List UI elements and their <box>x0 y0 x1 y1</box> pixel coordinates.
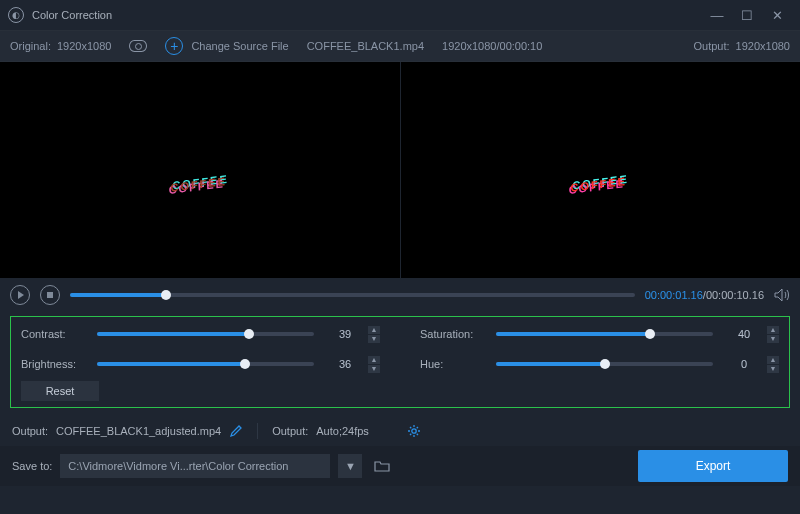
brightness-step-up[interactable]: ▲ <box>368 356 380 364</box>
save-to-label: Save to: <box>12 460 52 472</box>
brightness-slider[interactable] <box>97 362 314 366</box>
hue-slider[interactable] <box>496 362 713 366</box>
hue-label: Hue: <box>420 358 486 370</box>
change-source-label: Change Source File <box>191 40 288 52</box>
svg-point-6 <box>412 429 416 433</box>
seek-fill <box>70 293 166 297</box>
original-label: Original: <box>10 40 51 52</box>
source-filename: COFFEE_BLACK1.mp4 <box>307 40 424 52</box>
maximize-button[interactable]: ☐ <box>732 0 762 30</box>
output-settings-row: Output: COFFEE_BLACK1_adjusted.mp4 Outpu… <box>0 416 800 446</box>
brightness-label: Brightness: <box>21 358 87 370</box>
change-source-button[interactable]: + Change Source File <box>165 37 288 55</box>
source-dims-time: 1920x1080/00:00:10 <box>442 40 542 52</box>
preview-adjusted: COFFEE COFFEE COFFEE <box>400 62 801 278</box>
contrast-label: Contrast: <box>21 328 87 340</box>
hue-value[interactable]: 0 <box>723 355 765 373</box>
output-label: Output: <box>693 40 729 52</box>
volume-icon[interactable] <box>774 288 790 302</box>
open-folder-button[interactable] <box>370 454 394 478</box>
brightness-value[interactable]: 36 <box>324 355 366 373</box>
save-path-field[interactable]: C:\Vidmore\Vidmore Vi...rter\Color Corre… <box>60 454 330 478</box>
reset-button[interactable]: Reset <box>21 381 99 401</box>
seek-slider[interactable] <box>70 293 635 297</box>
contrast-step-up[interactable]: ▲ <box>368 326 380 334</box>
seek-thumb[interactable] <box>161 290 171 300</box>
time-current: 00:00:01.16 <box>645 289 703 301</box>
contrast-control: Contrast: 39 ▲▼ <box>21 325 380 343</box>
titlebar: ◐ Color Correction — ☐ ✕ <box>0 0 800 30</box>
time-total: /00:00:10.16 <box>703 289 764 301</box>
saturation-control: Saturation: 40 ▲▼ <box>420 325 779 343</box>
edit-filename-button[interactable] <box>229 424 243 438</box>
save-path-dropdown[interactable]: ▼ <box>338 454 362 478</box>
brightness-control: Brightness: 36 ▲▼ <box>21 355 380 373</box>
play-button[interactable] <box>10 285 30 305</box>
contrast-step-down[interactable]: ▼ <box>368 335 380 343</box>
contrast-value[interactable]: 39 <box>324 325 366 343</box>
source-info-bar: Original: 1920x1080 + Change Source File… <box>0 30 800 62</box>
preview-eye-icon[interactable] <box>129 40 147 52</box>
playback-bar: 00:00:01.16/00:00:10.16 <box>0 278 800 312</box>
hue-control: Hue: 0 ▲▼ <box>420 355 779 373</box>
preview-original: COFFEE COFFEE COFFEE <box>0 62 400 278</box>
contrast-slider[interactable] <box>97 332 314 336</box>
stop-button[interactable] <box>40 285 60 305</box>
saturation-step-down[interactable]: ▼ <box>767 335 779 343</box>
output-filename: COFFEE_BLACK1_adjusted.mp4 <box>56 425 221 437</box>
save-row: Save to: C:\Vidmore\Vidmore Vi...rter\Co… <box>0 446 800 486</box>
app-icon: ◐ <box>8 7 24 23</box>
saturation-step-up[interactable]: ▲ <box>767 326 779 334</box>
hue-step-down[interactable]: ▼ <box>767 365 779 373</box>
color-controls-panel: Contrast: 39 ▲▼ Saturation: 40 ▲▼ Bright… <box>10 316 790 408</box>
close-button[interactable]: ✕ <box>762 0 792 30</box>
export-button[interactable]: Export <box>638 450 788 482</box>
output-file-prefix: Output: <box>12 425 48 437</box>
brightness-step-down[interactable]: ▼ <box>368 365 380 373</box>
minimize-button[interactable]: — <box>702 0 732 30</box>
window-title: Color Correction <box>32 9 112 21</box>
hue-step-up[interactable]: ▲ <box>767 356 779 364</box>
output-settings-prefix: Output: <box>272 425 308 437</box>
output-settings-button[interactable] <box>407 424 421 438</box>
output-settings-value: Auto;24fps <box>316 425 369 437</box>
output-resolution: 1920x1080 <box>736 40 790 52</box>
preview-area: COFFEE COFFEE COFFEE COFFEE COFFEE COFFE… <box>0 62 800 278</box>
plus-icon: + <box>165 37 183 55</box>
time-display: 00:00:01.16/00:00:10.16 <box>645 289 764 301</box>
saturation-label: Saturation: <box>420 328 486 340</box>
saturation-value[interactable]: 40 <box>723 325 765 343</box>
original-resolution: 1920x1080 <box>57 40 111 52</box>
saturation-slider[interactable] <box>496 332 713 336</box>
